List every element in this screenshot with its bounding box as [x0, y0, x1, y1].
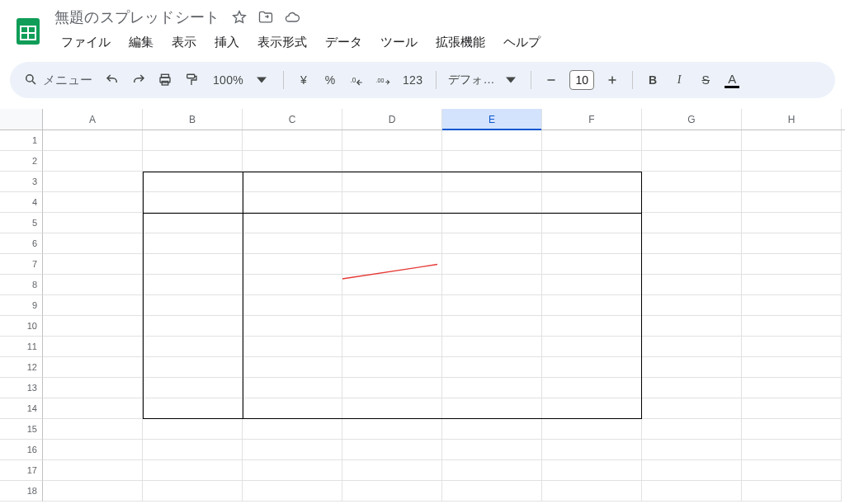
cell[interactable] — [642, 378, 742, 398]
row-header[interactable]: 13 — [0, 378, 43, 398]
cell[interactable] — [442, 213, 542, 233]
cell[interactable] — [742, 481, 842, 502]
cell[interactable] — [43, 295, 143, 316]
cell[interactable] — [542, 254, 642, 275]
cell[interactable] — [43, 254, 143, 275]
font-family-select[interactable]: デフォ… — [445, 68, 498, 92]
cell[interactable] — [742, 460, 842, 481]
cell[interactable] — [243, 481, 342, 502]
cell[interactable] — [542, 440, 642, 460]
cell[interactable] — [243, 398, 342, 419]
cell[interactable] — [342, 337, 442, 357]
cell[interactable] — [442, 151, 542, 172]
select-all-corner[interactable] — [0, 109, 43, 130]
cell[interactable] — [243, 192, 342, 213]
cell[interactable] — [143, 440, 243, 460]
cell[interactable] — [742, 398, 842, 419]
font-size-input[interactable]: 10 — [569, 70, 594, 90]
cell[interactable] — [542, 295, 642, 316]
cell[interactable] — [742, 357, 842, 378]
cell[interactable] — [43, 419, 143, 440]
cell[interactable] — [442, 130, 542, 151]
cell[interactable] — [342, 378, 442, 398]
menu-help[interactable]: ヘルプ — [495, 31, 549, 54]
cell[interactable] — [742, 419, 842, 440]
menu-search[interactable]: メニュー — [21, 72, 97, 89]
column-header[interactable]: C — [243, 109, 342, 130]
zoom-select[interactable]: 100% — [208, 68, 248, 92]
cell[interactable] — [542, 192, 642, 213]
cell[interactable] — [742, 130, 842, 151]
row-header[interactable]: 6 — [0, 233, 43, 254]
cell[interactable] — [442, 316, 542, 337]
cell[interactable] — [542, 481, 642, 502]
cell[interactable] — [243, 172, 342, 192]
redo-button[interactable] — [127, 68, 150, 92]
menu-file[interactable]: ファイル — [53, 31, 119, 54]
cell[interactable] — [442, 357, 542, 378]
zoom-caret-icon[interactable] — [250, 68, 273, 92]
cell[interactable] — [143, 337, 243, 357]
cell[interactable] — [43, 151, 143, 172]
percent-button[interactable]: % — [319, 68, 342, 92]
cell[interactable] — [243, 316, 342, 337]
cell[interactable] — [243, 337, 342, 357]
cell[interactable] — [342, 233, 442, 254]
cell[interactable] — [43, 316, 143, 337]
cell[interactable] — [143, 316, 243, 337]
cell[interactable] — [143, 357, 243, 378]
cell[interactable] — [542, 213, 642, 233]
cell[interactable] — [243, 275, 342, 295]
cloud-status-icon[interactable] — [284, 9, 300, 26]
row-header[interactable]: 4 — [0, 192, 43, 213]
cell[interactable] — [143, 295, 243, 316]
strikethrough-button[interactable]: S — [694, 68, 717, 92]
cell[interactable] — [143, 130, 243, 151]
column-header[interactable]: F — [542, 109, 642, 130]
cell[interactable] — [43, 398, 143, 419]
cell[interactable] — [342, 130, 442, 151]
row-header[interactable]: 15 — [0, 419, 43, 440]
font-size-decrease-button[interactable] — [540, 68, 563, 92]
cell[interactable] — [43, 275, 143, 295]
cell[interactable] — [442, 398, 542, 419]
font-family-caret-icon[interactable] — [499, 68, 522, 92]
row-header[interactable]: 18 — [0, 481, 43, 502]
text-color-button[interactable]: A — [720, 68, 744, 92]
cell[interactable] — [342, 172, 442, 192]
cell[interactable] — [442, 275, 542, 295]
cell[interactable] — [442, 460, 542, 481]
cell[interactable] — [642, 130, 742, 151]
cell[interactable] — [442, 254, 542, 275]
cell[interactable] — [243, 357, 342, 378]
cell[interactable] — [342, 295, 442, 316]
row-header[interactable]: 1 — [0, 130, 43, 151]
cell[interactable] — [742, 213, 842, 233]
cell[interactable] — [43, 213, 143, 233]
column-header[interactable]: G — [642, 109, 742, 130]
cell[interactable] — [542, 151, 642, 172]
cell[interactable] — [43, 440, 143, 460]
cell[interactable] — [243, 151, 342, 172]
cell[interactable] — [642, 440, 742, 460]
cell[interactable] — [243, 460, 342, 481]
cell[interactable] — [342, 398, 442, 419]
cell[interactable] — [742, 233, 842, 254]
cell[interactable] — [43, 192, 143, 213]
cell[interactable] — [542, 337, 642, 357]
cell[interactable] — [742, 172, 842, 192]
cell[interactable] — [243, 295, 342, 316]
cell[interactable] — [143, 460, 243, 481]
cell[interactable] — [342, 275, 442, 295]
cell[interactable] — [243, 440, 342, 460]
sheets-logo-icon[interactable] — [12, 15, 45, 48]
bold-button[interactable]: B — [641, 68, 664, 92]
cell[interactable] — [542, 130, 642, 151]
menu-insert[interactable]: 挿入 — [206, 31, 248, 54]
cell[interactable] — [342, 316, 442, 337]
row-header[interactable]: 11 — [0, 337, 43, 357]
increase-decimal-button[interactable]: .00 — [371, 68, 394, 92]
cell[interactable] — [143, 481, 243, 502]
cell[interactable] — [542, 316, 642, 337]
cell[interactable] — [442, 440, 542, 460]
